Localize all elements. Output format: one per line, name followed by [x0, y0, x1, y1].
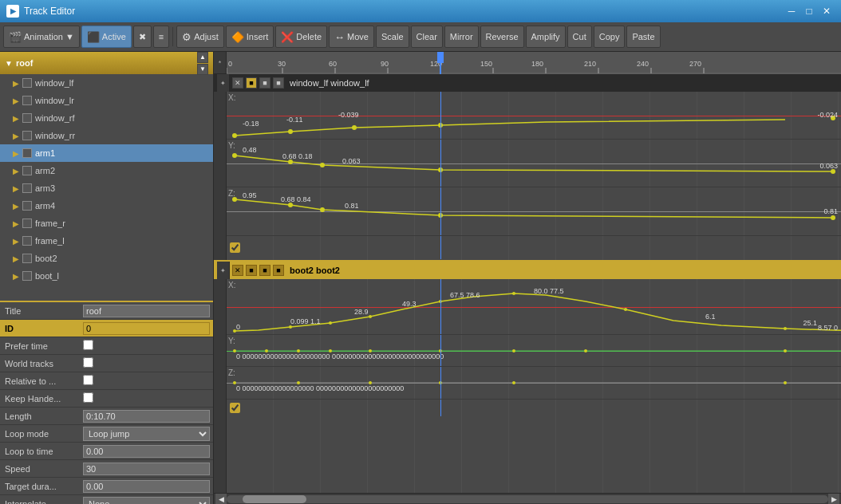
active-button[interactable]: ⬛ Active [81, 26, 132, 48]
prop-target-dura-row: Target dura... [0, 478, 213, 495]
track-lock-btn[interactable]: ■ [259, 77, 270, 89]
expand-icon: ▶ [13, 254, 19, 263]
prefer-time-checkbox[interactable] [83, 340, 93, 350]
tree-item-arm4[interactable]: ▶ arm4 [0, 197, 213, 215]
boot-y-label: Y: [228, 337, 235, 345]
item-checkbox[interactable] [22, 183, 32, 193]
title-input[interactable] [83, 305, 210, 317]
item-checkbox[interactable] [22, 96, 32, 105]
tree-item-arm3[interactable]: ▶ arm3 [0, 179, 213, 197]
timeline-ruler[interactable]: 0 30 60 90 120 150 180 210 240 [227, 52, 841, 74]
tree-item-window-rr[interactable]: ▶ window_rr [0, 127, 213, 144]
expand-icon: ▶ [13, 237, 19, 246]
minimize-button[interactable]: ─ [784, 5, 800, 18]
item-checkbox[interactable] [22, 113, 32, 123]
ch-x-enable[interactable] [230, 242, 240, 253]
svg-text:240: 240 [637, 60, 649, 68]
scroll-right-btn[interactable]: ▶ [828, 494, 839, 505]
loop-mode-select[interactable]: Loop jump [83, 427, 210, 441]
move-icon: ↔ [334, 31, 345, 43]
reverse-button[interactable]: Reverse [480, 26, 524, 48]
prop-interpolate-row: Interpolate None [0, 495, 213, 504]
item-checkbox[interactable] [22, 219, 32, 228]
animation-button[interactable]: 🎬 Animation ▼ [3, 26, 80, 48]
list-btn[interactable]: ≡ [153, 26, 169, 48]
item-label: arm2 [35, 166, 55, 175]
id-input[interactable] [83, 322, 210, 335]
item-checkbox[interactable] [22, 236, 32, 246]
boot-x-btn[interactable]: ✕ [232, 265, 243, 276]
item-checkbox[interactable] [22, 271, 32, 281]
scale-button[interactable]: Scale [376, 26, 409, 48]
boot-ch-enable[interactable] [230, 403, 240, 413]
boot-solo-btn[interactable]: ■ [273, 265, 284, 276]
prop-loop-to-time-label: Loop to time [0, 447, 80, 456]
scroll-thumb[interactable] [243, 495, 306, 503]
svg-point-23 [232, 133, 237, 138]
item-checkbox[interactable] [22, 78, 32, 88]
prop-title-label: Title [0, 306, 80, 316]
item-checkbox[interactable] [22, 254, 32, 263]
insert-button[interactable]: 🔶 Insert [226, 26, 274, 48]
clear-button[interactable]: Clear [411, 26, 443, 48]
length-input[interactable] [83, 410, 210, 423]
svg-point-44 [624, 308, 627, 311]
item-checkbox[interactable] [22, 201, 32, 211]
item-checkbox[interactable] [22, 148, 32, 158]
x-label: X: [228, 93, 235, 102]
item-checkbox[interactable] [22, 131, 32, 140]
x-curve-svg [227, 92, 841, 139]
amplify-button[interactable]: Amplify [526, 26, 566, 48]
tree-item-window-lr[interactable]: ▶ window_lr [0, 92, 213, 109]
target-dura-input[interactable] [83, 480, 210, 493]
svg-point-45 [784, 327, 787, 330]
paste-button[interactable]: Paste [626, 26, 660, 48]
window-controls: ─ □ ✕ [784, 5, 835, 18]
track-window-data[interactable]: X: [227, 92, 841, 260]
boot-lock-btn[interactable]: ■ [259, 265, 270, 276]
mirror-button[interactable]: Mirror [444, 26, 479, 48]
channel-z: Z: 0.95 0. [227, 187, 841, 235]
item-checkbox[interactable] [22, 166, 32, 175]
tree-item-frame-r[interactable]: ▶ frame_r [0, 215, 213, 232]
tree-item-boot2[interactable]: ▶ boot2 [0, 250, 213, 267]
svg-point-31 [438, 167, 443, 172]
z-val-1: 0.68 0.84 [281, 195, 311, 203]
track-boot-data[interactable]: X: [227, 279, 841, 493]
prop-loop-to-time-row: Loop to time [0, 443, 213, 460]
track-solo-btn[interactable]: ■ [273, 77, 284, 89]
speed-input[interactable] [83, 463, 210, 475]
maximize-button[interactable]: □ [801, 5, 817, 18]
track-vis-btn[interactable]: ■ [246, 77, 257, 89]
loop-to-time-input[interactable] [83, 445, 210, 458]
boot-checkboxes [227, 399, 841, 416]
boot-vis-btn[interactable]: ■ [246, 265, 257, 276]
tree-item-boot-l[interactable]: ▶ boot_l [0, 267, 213, 285]
interpolate-select[interactable]: None [83, 497, 210, 505]
horizontal-scrollbar[interactable]: ◀ ▶ [214, 493, 841, 504]
cut-button[interactable]: Cut [567, 26, 592, 48]
move-button[interactable]: ↔ Move [329, 26, 374, 48]
tree-item-frame-l[interactable]: ▶ frame_l [0, 232, 213, 250]
scroll-left-btn[interactable]: ◀ [215, 494, 227, 505]
tree-item-arm2[interactable]: ▶ arm2 [0, 162, 213, 179]
close-button[interactable]: ✕ [819, 5, 835, 18]
keep-handles-checkbox[interactable] [83, 392, 93, 403]
world-tracks-checkbox[interactable] [83, 357, 93, 368]
scroll-up-btn[interactable]: ▲ [197, 52, 208, 63]
svg-point-39 [289, 325, 292, 329]
relative-checkbox[interactable] [83, 375, 93, 385]
tree-item-arm1[interactable]: ▶ arm1 [0, 144, 213, 162]
copy-button[interactable]: Copy [594, 26, 626, 48]
scroll-down-btn[interactable]: ▼ [197, 64, 208, 75]
track-x-btn[interactable]: ✕ [232, 77, 243, 89]
bx-val-7: 25.1 [803, 319, 817, 327]
prop-loop-mode-row: Loop mode Loop jump [0, 425, 213, 443]
delete-button[interactable]: ❌ Delete [275, 26, 327, 48]
tree-item-window-rf[interactable]: ▶ window_rf [0, 109, 213, 127]
scroll-track[interactable] [227, 495, 828, 503]
track-window-lf: ✦ ✕ ■ ■ ■ window_lf window_lf [214, 74, 841, 262]
adjust-button[interactable]: ⚙ Adjust [176, 26, 224, 48]
red-x-btn[interactable]: ✖ [133, 26, 152, 48]
tree-item-window-lf[interactable]: ▶ window_lf [0, 74, 213, 92]
